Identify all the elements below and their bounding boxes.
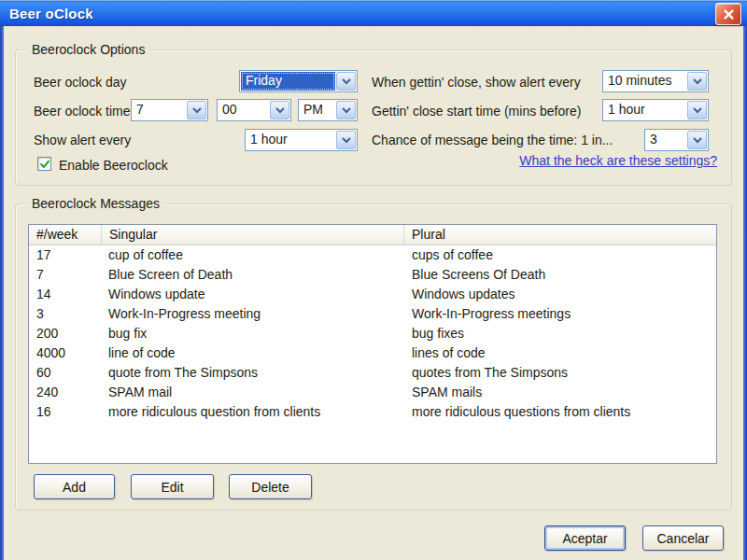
time-minute-value: 00: [218, 100, 269, 120]
cell-plural: more ridiculous questions from clients: [404, 402, 716, 422]
gettin-close-start-combo[interactable]: 1 hour: [602, 99, 709, 121]
time-hour-value: 7: [132, 100, 186, 120]
day-combo[interactable]: Friday: [239, 70, 358, 92]
chance-value: 3: [645, 130, 686, 150]
gettin-close-start-combo-button[interactable]: [687, 101, 707, 119]
gettin-close-alert-value: 10 minutes: [603, 71, 686, 91]
column-header-plural[interactable]: Plural: [404, 225, 716, 245]
chance-label: Chance of message being the time: 1 in..…: [372, 133, 613, 147]
show-alert-combo[interactable]: 1 hour: [245, 129, 358, 151]
chevron-down-icon: [342, 107, 351, 114]
cell-singular: Windows update: [102, 285, 404, 304]
table-row[interactable]: 60quote from The Simpsonsquotes from The…: [29, 363, 716, 383]
cell-plural: cups of coffee: [404, 245, 716, 265]
chevron-down-icon: [342, 137, 351, 144]
column-header-singular[interactable]: Singular: [102, 225, 404, 245]
chevron-down-icon: [693, 137, 702, 144]
cell-singular: quote from The Simpsons: [102, 363, 404, 383]
gettin-close-alert-label: When gettin' close, show alert every: [372, 75, 581, 90]
cell-singular: more ridiculous question from clients: [102, 402, 404, 422]
edit-button[interactable]: Edit: [131, 474, 214, 499]
day-combo-button[interactable]: [336, 72, 356, 91]
table-row[interactable]: 14Windows updateWindows updates: [29, 285, 716, 304]
chance-combo-button[interactable]: [687, 131, 707, 149]
time-ampm-combo[interactable]: PM: [298, 99, 358, 121]
cell-per-week: 240: [29, 383, 102, 402]
cell-per-week: 200: [29, 324, 102, 343]
settings-help-link[interactable]: What the heck are these settings?: [519, 153, 717, 168]
cell-plural: Blue Screens Of Death: [404, 265, 716, 285]
messages-list[interactable]: #/week Singular Plural 17cup of coffeecu…: [28, 224, 717, 464]
table-row[interactable]: 17cup of coffeecups of coffee: [29, 245, 716, 265]
chevron-down-icon: [693, 107, 702, 114]
show-alert-combo-button[interactable]: [336, 131, 356, 149]
cell-plural: lines of code: [404, 343, 716, 363]
chevron-down-icon: [192, 107, 202, 114]
cell-plural: Windows updates: [404, 285, 716, 304]
time-minute-combo-button[interactable]: [270, 101, 289, 119]
window-border-right: [743, 26, 747, 560]
show-alert-value: 1 hour: [246, 130, 335, 150]
table-row[interactable]: 7Blue Screen of DeathBlue Screens Of Dea…: [29, 265, 716, 285]
enable-beeroclock-checkbox[interactable]: [37, 157, 51, 171]
cell-per-week: 7: [29, 265, 102, 285]
cancel-button[interactable]: Cancelar: [642, 525, 724, 551]
cell-singular: SPAM mail: [102, 383, 404, 402]
chance-combo[interactable]: 3: [644, 129, 709, 151]
cell-singular: line of code: [102, 343, 404, 363]
cell-singular: Blue Screen of Death: [102, 265, 404, 285]
cell-plural: bug fixes: [404, 324, 716, 343]
table-row[interactable]: 200bug fixbug fixes: [29, 324, 716, 343]
day-combo-value: Friday: [241, 72, 335, 91]
time-ampm-combo-button[interactable]: [336, 101, 356, 119]
delete-button[interactable]: Delete: [229, 474, 312, 499]
cell-per-week: 3: [29, 304, 102, 324]
close-icon: [723, 8, 735, 21]
gettin-close-alert-combo[interactable]: 10 minutes: [602, 70, 709, 92]
messages-legend: Beeroclock Messages: [28, 196, 163, 211]
cell-per-week: 14: [29, 285, 102, 304]
enable-beeroclock-label[interactable]: Enable Beeroclock: [59, 158, 168, 173]
time-ampm-value: PM: [299, 100, 335, 120]
table-row[interactable]: 4000line of codelines of code: [29, 343, 716, 363]
cell-per-week: 60: [29, 363, 102, 383]
day-label: Beer oclock day: [34, 75, 127, 90]
time-label: Beer oclock time: [34, 104, 130, 119]
add-button[interactable]: Add: [34, 474, 115, 499]
gettin-close-start-label: Gettin' close start time (mins before): [372, 104, 581, 119]
show-alert-label: Show alert every: [34, 133, 131, 147]
column-header-per-week[interactable]: #/week: [29, 225, 102, 245]
cell-per-week: 16: [29, 402, 102, 422]
cell-plural: Work-In-Progress meetings: [404, 304, 716, 324]
options-legend: Beeroclock Options: [28, 42, 148, 57]
beer-oclock-window: Beer oClock Beeroclock Options Beer oclo…: [0, 0, 747, 560]
cell-singular: Work-In-Progress meeting: [102, 304, 404, 324]
gettin-close-alert-combo-button[interactable]: [687, 72, 707, 91]
ok-button[interactable]: Aceptar: [544, 525, 626, 551]
cell-singular: cup of coffee: [102, 245, 404, 265]
cell-per-week: 17: [29, 245, 102, 265]
list-header: #/week Singular Plural: [29, 225, 716, 245]
table-row[interactable]: 3Work-In-Progress meetingWork-In-Progres…: [29, 304, 716, 324]
checkmark-icon: [39, 159, 50, 170]
chevron-down-icon: [275, 107, 285, 114]
list-body[interactable]: 17cup of coffeecups of coffee7Blue Scree…: [29, 245, 716, 422]
cell-plural: quotes from The Simpsons: [404, 363, 716, 383]
close-button[interactable]: [715, 3, 741, 25]
time-hour-combo-button[interactable]: [187, 101, 206, 119]
cell-singular: bug fix: [102, 324, 404, 343]
chevron-down-icon: [693, 78, 702, 85]
table-row[interactable]: 240SPAM mailSPAM mails: [29, 383, 716, 402]
cell-plural: SPAM mails: [404, 383, 716, 402]
gettin-close-start-value: 1 hour: [603, 100, 686, 120]
cell-per-week: 4000: [29, 343, 102, 363]
time-minute-combo[interactable]: 00: [217, 99, 291, 121]
titlebar[interactable]: Beer oClock: [0, 0, 747, 26]
window-border-left: [0, 26, 4, 560]
time-hour-combo[interactable]: 7: [131, 99, 208, 121]
chevron-down-icon: [342, 78, 351, 85]
table-row[interactable]: 16more ridiculous question from clientsm…: [29, 402, 716, 422]
window-title: Beer oClock: [0, 6, 93, 21]
